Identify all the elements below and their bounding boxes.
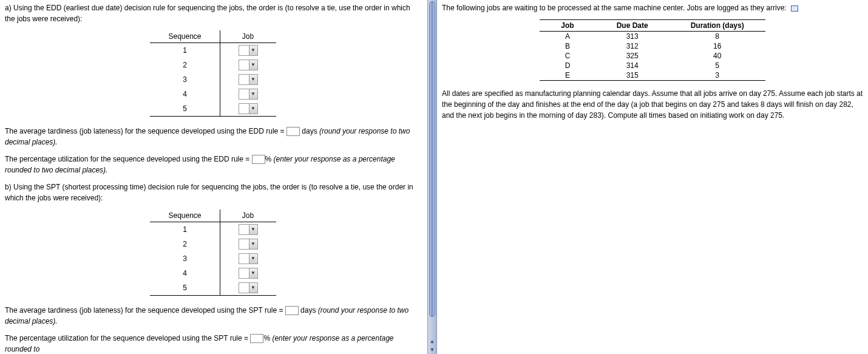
left-question-panel: a) Using the EDD (earliest due date) dec… [0,0,437,354]
scrollbar-thumb[interactable] [429,1,435,317]
edd-job-select-4[interactable]: ▼ [239,89,258,100]
chevron-down-icon: ▼ [249,60,257,70]
job-col-header: Job [220,30,276,43]
duration-header: Duration (days) [670,20,765,32]
chevron-down-icon: ▼ [249,254,257,264]
edd-utilization-prompt: The percentage utilization for the seque… [5,154,421,175]
spt-tardiness-input[interactable] [285,306,299,315]
job-col-header: Job [220,209,276,222]
chevron-down-icon: ▼ [249,225,257,234]
scroll-down-icon[interactable]: ▼ [428,345,436,354]
edd-job-select-2[interactable]: ▼ [239,60,258,70]
seq-num: 3 [150,72,220,87]
seq-num: 4 [150,266,220,281]
spt-job-select-1[interactable]: ▼ [239,224,258,235]
edd-tardiness-input[interactable] [287,127,300,136]
seq-num: 5 [150,101,220,117]
table-row: C32540 [540,51,765,61]
edd-job-select-3[interactable]: ▼ [239,74,258,85]
edd-utilization-input[interactable] [252,155,265,164]
due-header: Due Date [595,20,670,32]
chevron-down-icon: ▼ [249,268,257,278]
vertical-scrollbar[interactable]: ▲ ▼ [427,0,437,354]
chevron-down-icon: ▼ [249,104,257,114]
seq-col-header: Sequence [150,209,220,222]
spt-utilization-input[interactable] [250,334,263,343]
edd-job-select-1[interactable]: ▼ [239,45,258,56]
part-a-intro: a) Using the EDD (earliest due date) dec… [5,2,421,24]
jobs-intro: The following jobs are waiting to be pro… [442,2,863,13]
table-row: E3153 [540,70,765,81]
chevron-down-icon: ▼ [249,283,257,293]
chevron-down-icon: ▼ [249,239,257,249]
chevron-down-icon: ▼ [249,89,257,99]
edd-job-select-5[interactable]: ▼ [239,103,258,114]
seq-num: 3 [150,251,220,266]
reference-icon[interactable] [791,5,798,12]
chevron-down-icon: ▼ [249,75,257,84]
seq-num: 4 [150,87,220,101]
seq-num: 1 [150,43,220,58]
spt-job-select-4[interactable]: ▼ [239,268,258,279]
spt-utilization-prompt: The percentage utilization for the seque… [5,333,421,354]
spt-job-select-5[interactable]: ▼ [239,282,258,293]
table-row: A3138 [540,32,765,42]
spt-tardiness-prompt: The average tardiness (job lateness) for… [5,305,421,327]
chevron-down-icon: ▼ [249,46,257,55]
spt-sequence-table: Sequence Job 1▼ 2▼ 3▼ 4▼ 5▼ [150,209,276,296]
calendar-note: All dates are specified as manufacturing… [442,88,863,121]
seq-num: 5 [150,281,220,296]
seq-col-header: Sequence [150,30,220,43]
right-info-panel: The following jobs are waiting to be pro… [437,0,868,354]
edd-sequence-table: Sequence Job 1▼ 2▼ 3▼ 4▼ 5▼ [150,30,276,117]
edd-tardiness-prompt: The average tardiness (job lateness) for… [5,126,421,148]
table-row: D3145 [540,61,765,70]
spt-job-select-3[interactable]: ▼ [239,253,258,264]
seq-num: 2 [150,237,220,251]
seq-num: 2 [150,58,220,72]
scroll-up-icon[interactable]: ▲ [428,337,436,345]
jobs-data-table: Job Due Date Duration (days) A3138 B3121… [540,19,765,81]
part-b-intro: b) Using the SPT (shortest processing ti… [5,182,421,203]
seq-num: 1 [150,222,220,237]
spt-job-select-2[interactable]: ▼ [239,239,258,250]
table-row: B31216 [540,41,765,51]
job-header: Job [540,20,595,32]
